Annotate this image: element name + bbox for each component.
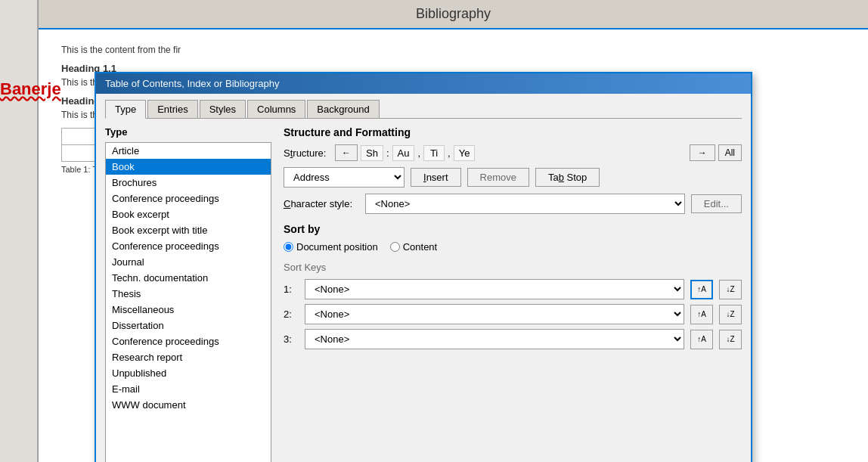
sort-key-asc-btn-1[interactable]: ↑A <box>690 280 713 299</box>
left-sidebar <box>0 0 38 462</box>
sort-radio-row: Document position Content <box>284 241 742 253</box>
type-item-brochures[interactable]: Brochures <box>106 175 271 191</box>
type-item-unpublished[interactable]: Unpublished <box>106 365 271 381</box>
type-item-misc[interactable]: Miscellaneous <box>106 302 271 318</box>
structure-panel: Structure and Formatting Structure: ← Sh… <box>284 126 742 462</box>
structure-label: Structure: <box>284 147 329 159</box>
tab-entries[interactable]: Entries <box>147 100 197 118</box>
structure-colon-1: : <box>386 147 389 159</box>
sort-doc-position[interactable]: Document position <box>284 241 378 253</box>
dialog-title-bar: Table of Contents, Index or Bibliography <box>96 73 751 94</box>
sort-key-select-1[interactable]: <None> <box>305 279 684 299</box>
sort-content-radio[interactable] <box>390 242 400 252</box>
sort-content[interactable]: Content <box>390 241 438 253</box>
edit-button[interactable]: Edit... <box>691 194 742 213</box>
structure-left-arrow-btn[interactable]: ← <box>335 144 358 161</box>
structure-field-sh[interactable]: Sh <box>361 145 383 161</box>
structure-all-btn[interactable]: All <box>718 144 742 161</box>
dialog-title: Table of Contents, Index or Bibliography <box>105 78 280 89</box>
type-item-book-excerpt-title[interactable]: Book excerpt with title <box>106 222 271 238</box>
tab-bar: Type Entries Styles Columns Background <box>105 100 742 119</box>
type-item-www[interactable]: WWW document <box>106 397 271 413</box>
sort-key-num-1: 1: <box>284 284 299 295</box>
tab-columns[interactable]: Columns <box>247 100 305 118</box>
type-item-journal[interactable]: Journal <box>106 254 271 270</box>
type-item-book[interactable]: Book <box>106 159 271 175</box>
doc-first-text: This is the content from the fir <box>61 45 845 55</box>
insert-button[interactable]: Insert <box>411 168 461 187</box>
doc-title-bar: Bibliography <box>39 0 868 29</box>
sort-key-desc-btn-2[interactable]: ↓Z <box>719 305 742 324</box>
structure-comma-1: , <box>417 147 420 159</box>
sort-doc-radio[interactable] <box>284 242 293 252</box>
sort-keys-title: Sort Keys <box>284 262 742 273</box>
type-item-research[interactable]: Research report <box>106 349 271 365</box>
sort-key-asc-btn-2[interactable]: ↑A <box>690 305 713 324</box>
structure-row: Structure: ← Sh : Au , Ti , Ye → All <box>284 144 742 161</box>
structure-field-ye[interactable]: Ye <box>454 145 476 161</box>
sort-content-label: Content <box>403 241 438 253</box>
address-select[interactable]: Address <box>284 167 405 188</box>
tab-stop-button[interactable]: Tab Stop <box>535 168 600 187</box>
type-item-article[interactable]: Article <box>106 143 271 159</box>
structure-right-arrow-btn[interactable]: → <box>690 144 715 161</box>
dialog-body: Type Entries Styles Columns Background T… <box>96 94 751 462</box>
sort-key-num-3: 3: <box>284 333 299 345</box>
sort-key-row-1: 1: <None> ↑A ↓Z <box>284 279 742 299</box>
sort-key-num-2: 2: <box>284 309 299 320</box>
doc-title: Bibliography <box>416 6 491 21</box>
type-item-email[interactable]: E-mail <box>106 381 271 397</box>
type-item-thesis[interactable]: Thesis <box>106 286 271 302</box>
char-style-row: Character style: <None> Edit... <box>284 194 742 214</box>
sort-key-select-2[interactable]: <None> <box>305 304 684 324</box>
structure-comma-2: , <box>448 147 451 159</box>
type-panel: Type Article Book Brochures Conference p… <box>105 126 271 462</box>
remove-button[interactable]: Remove <box>467 168 529 187</box>
structure-section-title: Structure and Formatting <box>284 126 742 138</box>
type-label: Type <box>105 126 271 138</box>
tab-background[interactable]: Background <box>307 100 379 118</box>
tab-styles[interactable]: Styles <box>200 100 246 118</box>
type-list[interactable]: Article Book Brochures Conference procee… <box>105 142 271 462</box>
sort-key-select-3[interactable]: <None> <box>305 329 684 349</box>
structure-field-ti[interactable]: Ti <box>423 145 445 161</box>
sort-key-desc-btn-1[interactable]: ↓Z <box>719 280 742 299</box>
type-item-techn-doc[interactable]: Techn. documentation <box>106 270 271 286</box>
structure-field-au[interactable]: Au <box>392 145 415 161</box>
banerje-text: Banerje <box>0 79 61 99</box>
type-item-book-excerpt[interactable]: Book excerpt <box>106 206 271 222</box>
type-item-conf-proc-3[interactable]: Conference proceedings <box>106 333 271 349</box>
sort-key-desc-btn-3[interactable]: ↓Z <box>719 330 742 349</box>
sort-doc-label: Document position <box>296 241 378 253</box>
dialog-content: Type Article Book Brochures Conference p… <box>105 126 742 462</box>
address-row: Address Insert Remove Tab Stop <box>284 167 742 188</box>
type-item-dissertation[interactable]: Dissertation <box>106 318 271 333</box>
sort-by-title: Sort by <box>284 223 742 235</box>
sort-key-asc-btn-3[interactable]: ↑A <box>690 330 713 349</box>
dialog-overlay: Table of Contents, Index or Bibliography… <box>95 72 752 462</box>
sort-key-row-3: 3: <None> ↑A ↓Z <box>284 329 742 349</box>
sort-key-row-2: 2: <None> ↑A ↓Z <box>284 304 742 324</box>
type-item-conf-proc-1[interactable]: Conference proceedings <box>106 191 271 206</box>
char-style-select[interactable]: <None> <box>365 194 685 214</box>
char-style-label: Character style: <box>284 198 359 209</box>
tab-type[interactable]: Type <box>105 100 146 119</box>
type-item-conf-proc-2[interactable]: Conference proceedings <box>106 238 271 254</box>
